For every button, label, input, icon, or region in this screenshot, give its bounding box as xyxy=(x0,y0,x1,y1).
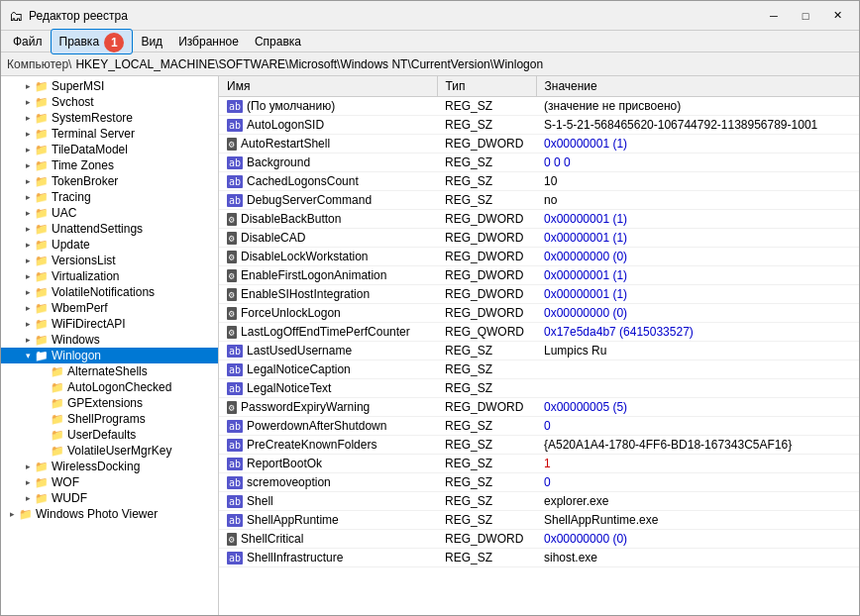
tree-item[interactable]: ▸📁WOF xyxy=(1,474,218,490)
table-row[interactable]: ⚙EnableSIHostIntegrationREG_DWORD0x00000… xyxy=(219,285,859,304)
col-header-type[interactable]: Тип xyxy=(437,76,536,97)
table-row[interactable]: abLegalNoticeTextREG_SZ xyxy=(219,379,859,398)
tree-item[interactable]: ▸📁WbemPerf xyxy=(1,300,218,316)
menu-view[interactable]: Вид xyxy=(133,33,170,51)
tree-item[interactable]: ▸📁SuperMSI xyxy=(1,78,218,94)
cell-type: REG_SZ xyxy=(437,154,536,172)
tree-item[interactable]: ▸📁Windows Photo Viewer xyxy=(1,506,218,522)
badge-1: 1 xyxy=(104,33,124,52)
reg-sz-icon: ab xyxy=(227,552,243,565)
tree-item-label: WUDF xyxy=(52,491,87,505)
tree-item-label: SystemRestore xyxy=(52,111,133,125)
col-header-name[interactable]: Имя xyxy=(219,76,437,97)
table-row[interactable]: ⚙PasswordExpiryWarningREG_DWORD0x0000000… xyxy=(219,398,859,417)
table-row[interactable]: abShellAppRuntimeREG_SZShellAppRuntime.e… xyxy=(219,511,859,530)
table-row[interactable]: abLegalNoticeCaptionREG_SZ xyxy=(219,360,859,379)
tree-item[interactable]: ▸📁VersionsList xyxy=(1,253,218,268)
table-row[interactable]: ⚙ForceUnlockLogonREG_DWORD0x00000000 (0) xyxy=(219,304,859,323)
tree-item[interactable]: 📁GPExtensions xyxy=(1,395,218,411)
menu-favorites[interactable]: Избранное xyxy=(170,33,247,51)
table-row[interactable]: ⚙DisableBackButtonREG_DWORD0x00000001 (1… xyxy=(219,210,859,229)
tree-item[interactable]: ▸📁WiFiDirectAPI xyxy=(1,316,218,332)
reg-name-text: ForceUnlockLogon xyxy=(241,306,341,320)
table-row[interactable]: ⚙AutoRestartShellREG_DWORD0x00000001 (1) xyxy=(219,135,859,154)
reg-dword-icon: ⚙ xyxy=(227,269,237,282)
table-row[interactable]: abDebugServerCommandREG_SZno xyxy=(219,191,859,210)
cell-value: no xyxy=(536,191,859,210)
cell-type: REG_SZ xyxy=(437,455,536,473)
table-row[interactable]: abscremoveoptionREG_SZ0 xyxy=(219,473,859,492)
tree-item[interactable]: ▸📁Time Zones xyxy=(1,157,218,173)
cell-value: 0x00000001 (1) xyxy=(536,285,859,304)
table-row[interactable]: ⚙LastLogOffEndTimePerfCounterREG_QWORD0x… xyxy=(219,323,859,342)
menu-help[interactable]: Справка xyxy=(247,33,309,51)
table-row[interactable]: abPowerdownAfterShutdownREG_SZ0 xyxy=(219,417,859,436)
cell-value: (значение не присвоено) xyxy=(536,97,859,116)
table-row[interactable]: abShellREG_SZexplorer.exe xyxy=(219,492,859,511)
tree-item-label: Winlogon xyxy=(52,349,101,362)
tree-item[interactable]: ▸📁UAC xyxy=(1,205,218,221)
tree-item[interactable]: ▾📁Winlogon xyxy=(1,348,218,363)
tree-item-label: VolatileUserMgrKey xyxy=(67,444,171,458)
table-row[interactable]: ⚙DisableCADREG_DWORD0x00000001 (1) xyxy=(219,229,859,248)
tree-item[interactable]: 📁AutoLogonChecked xyxy=(1,379,218,395)
table-row[interactable]: ⚙DisableLockWorkstationREG_DWORD0x000000… xyxy=(219,248,859,266)
table-row[interactable]: abLastUsedUsernameREG_SZLumpics Ru xyxy=(219,342,859,360)
table-row[interactable]: ⚙ShellCriticalREG_DWORD0x00000000 (0) xyxy=(219,530,859,549)
reg-name-text: LastUsedUsername xyxy=(247,344,352,358)
tree-item[interactable]: 📁AlternateShells xyxy=(1,363,218,379)
minimize-button[interactable]: ─ xyxy=(760,6,788,26)
reg-dword-icon: ⚙ xyxy=(227,251,237,263)
registry-panel[interactable]: Имя Тип Значение ab(По умолчанию)REG_SZ(… xyxy=(219,76,859,616)
maximize-button[interactable]: □ xyxy=(792,6,819,26)
col-header-value[interactable]: Значение xyxy=(536,76,859,97)
table-row[interactable]: abBackgroundREG_SZ0 0 0 xyxy=(219,154,859,172)
folder-icon: 📁 xyxy=(35,333,49,347)
tree-item[interactable]: ▸📁Tracing xyxy=(1,189,218,205)
reg-name-text: CachedLogonsCount xyxy=(247,174,359,188)
cell-type: REG_SZ xyxy=(437,97,536,116)
table-row[interactable]: abShellInfrastructureREG_SZsihost.exe xyxy=(219,549,859,567)
tree-item[interactable]: ▸📁Update xyxy=(1,237,218,253)
tree-item[interactable]: ▸📁SystemRestore xyxy=(1,110,218,126)
tree-item[interactable]: ▸📁Svchost xyxy=(1,94,218,110)
tree-item[interactable]: ▸📁Terminal Server xyxy=(1,126,218,142)
table-row[interactable]: abCachedLogonsCountREG_SZ10 xyxy=(219,172,859,191)
tree-item-label: UnattendSettings xyxy=(52,222,143,236)
table-row[interactable]: ⚙EnableFirstLogonAnimationREG_DWORD0x000… xyxy=(219,266,859,285)
cell-value: 0 0 0 xyxy=(536,154,859,172)
table-row[interactable]: abAutoLogonSIDREG_SZS-1-5-21-568465620-1… xyxy=(219,116,859,135)
table-header-row: Имя Тип Значение xyxy=(219,76,859,97)
tree-item[interactable]: ▸📁WUDF xyxy=(1,490,218,506)
tree-item[interactable]: ▸📁TileDataModel xyxy=(1,142,218,157)
cell-name: abPowerdownAfterShutdown xyxy=(219,417,437,436)
folder-icon: 📁 xyxy=(35,254,49,267)
reg-name-text: LegalNoticeText xyxy=(247,381,331,395)
menu-file[interactable]: Файл xyxy=(5,33,51,51)
cell-value: 1 xyxy=(536,455,859,473)
tree-item-label: Time Zones xyxy=(52,158,114,172)
table-row[interactable]: abReportBootOkREG_SZ1 xyxy=(219,455,859,473)
reg-sz-icon: ab xyxy=(227,458,243,470)
tree-item[interactable]: ▸📁UnattendSettings xyxy=(1,221,218,237)
close-button[interactable]: ✕ xyxy=(823,6,851,26)
tree-item[interactable]: ▸📁Windows xyxy=(1,332,218,348)
tree-item[interactable]: 📁ShellPrograms xyxy=(1,411,218,427)
address-bar: Компьютер\ HKEY_LOCAL_MACHINE\SOFTWARE\M… xyxy=(1,52,859,76)
table-row[interactable]: abPreCreateKnownFoldersREG_SZ{A520A1A4-1… xyxy=(219,436,859,455)
menu-edit[interactable]: Правка 1 xyxy=(51,29,134,54)
tree-arrow-icon: ▸ xyxy=(21,319,35,329)
folder-icon: 📁 xyxy=(35,491,49,505)
tree-item[interactable]: ▸📁TokenBroker xyxy=(1,173,218,189)
tree-item[interactable]: ▸📁Virtualization xyxy=(1,268,218,284)
tree-item[interactable]: ▸📁WirelessDocking xyxy=(1,459,218,474)
folder-icon: 📁 xyxy=(51,444,64,458)
tree-item[interactable]: 📁VolatileUserMgrKey xyxy=(1,443,218,459)
tree-panel[interactable]: ▸📁SuperMSI▸📁Svchost▸📁SystemRestore▸📁Term… xyxy=(1,76,219,616)
tree-item[interactable]: ▸📁VolatileNotifications xyxy=(1,284,218,300)
folder-icon: 📁 xyxy=(35,269,49,283)
folder-icon: 📁 xyxy=(35,174,49,188)
table-row[interactable]: ab(По умолчанию)REG_SZ(значение не присв… xyxy=(219,97,859,116)
cell-name: ⚙PasswordExpiryWarning xyxy=(219,398,437,417)
tree-item[interactable]: 📁UserDefaults xyxy=(1,427,218,443)
